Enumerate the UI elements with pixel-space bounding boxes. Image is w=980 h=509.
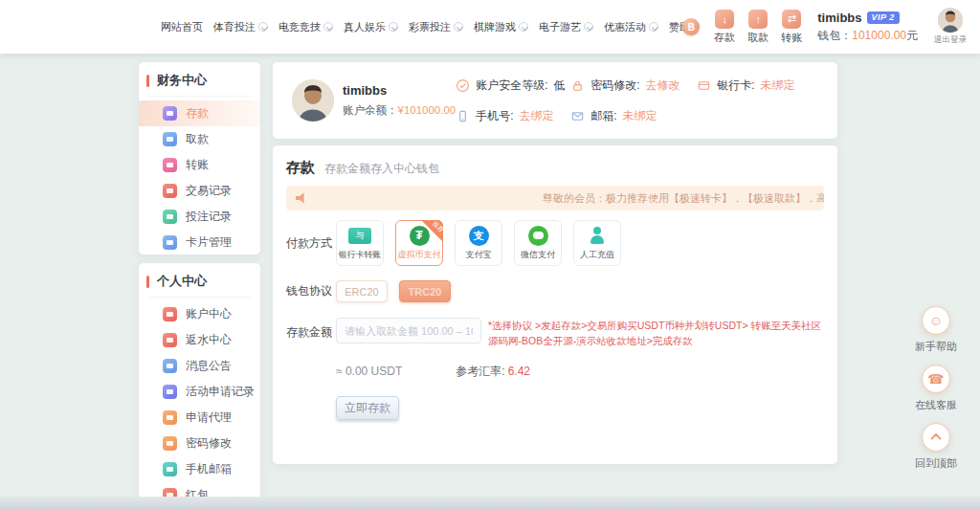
quick-transfer-button[interactable]: ⇄ 转账: [781, 10, 802, 45]
bank-card-icon: [163, 235, 177, 250]
wallet-protocol-label: 钱包协议: [286, 283, 336, 299]
protocol-instructions: *选择协议 >发起存款>交易所购买USDT币种并划转USDT> 转账至天美社区源…: [488, 318, 824, 349]
sidebar-item-card-management[interactable]: 卡片管理: [139, 230, 260, 255]
nav-item-sports[interactable]: 体育投注: [213, 20, 268, 34]
conversion-row: ≈ 0.00 USDT 参考汇率: 6.42: [336, 364, 824, 380]
agent-icon: [163, 410, 177, 425]
shield-check-icon: [456, 78, 470, 93]
pay-method-wechat[interactable]: 微信支付: [514, 220, 562, 266]
sidebar-item-transfer[interactable]: 转账: [139, 152, 260, 178]
notice-marquee: 尊敬的会员：极力推荐使用【极速转卡】，【极速取款】，高效的存取款体验，减少银行风…: [286, 186, 824, 210]
rate-value: 6.42: [508, 365, 530, 378]
sidebar-item-phone-email[interactable]: 手机邮箱: [139, 456, 260, 482]
sidebar-item-withdraw[interactable]: 取款: [139, 126, 260, 152]
chevron-down-icon: [323, 22, 333, 32]
deposit-amount-input[interactable]: [336, 318, 481, 343]
nav-item-live-casino[interactable]: 真人娱乐: [344, 20, 398, 34]
chevron-down-icon: [258, 22, 268, 32]
chevron-down-icon: [519, 22, 528, 32]
quick-deposit-button[interactable]: ↓ 存款: [714, 10, 735, 45]
password-field: 密码修改: 去修改: [570, 77, 697, 94]
lock-icon: [570, 78, 585, 93]
mail-icon: [163, 462, 177, 476]
page-title: 存款: [286, 159, 315, 177]
sidebar-item-deposit[interactable]: 存款: [139, 100, 260, 126]
usdt-estimate: ≈ 0.00 USDT: [336, 365, 402, 378]
heart-icon: [163, 307, 177, 321]
nav-item-home[interactable]: 网站首页: [161, 20, 203, 34]
accent-bar: [146, 75, 149, 87]
deposit-icon: ↓: [715, 10, 734, 29]
chevron-down-icon: [454, 22, 463, 32]
bank-card-field: 银行卡: 未绑定: [697, 77, 840, 94]
speaker-icon: [296, 193, 307, 204]
user-summary: timibbs VIP 2 钱包：101000.00元: [817, 11, 918, 44]
bet-records-icon: [163, 210, 177, 224]
alipay-icon: 支: [469, 226, 489, 246]
logout-button[interactable]: 退出登录: [934, 8, 967, 46]
rate-label: 参考汇率:: [456, 364, 504, 380]
avatar: [292, 79, 334, 122]
security-level-field: 账户安全等级: 低: [456, 77, 570, 94]
help-widget[interactable]: ☺ 新手帮助: [905, 306, 967, 354]
bind-phone-link[interactable]: 去绑定: [520, 108, 554, 124]
sidebar-item-betting-records[interactable]: 投注记录: [139, 204, 260, 230]
chevron-down-icon: [584, 22, 593, 32]
bind-email-link[interactable]: 未绑定: [623, 108, 657, 124]
personal-header: 个人中心: [139, 263, 260, 297]
robot-icon: ☺: [922, 306, 950, 335]
headset-icon: ☎: [922, 365, 950, 393]
logout-label: 退出登录: [934, 34, 967, 46]
sidebar-item-rebate-center[interactable]: 返水中心: [139, 327, 260, 353]
modify-password-link[interactable]: 去修改: [646, 77, 680, 94]
deposit-page: 网站首页 体育投注 电竞竞技 真人娱乐 彩票投注 棋牌游戏 电子游艺 优惠活动 …: [0, 0, 980, 509]
protocol-erc20-button[interactable]: ERC20: [336, 280, 388, 302]
sidebar-item-account-center[interactable]: 账户中心: [139, 301, 260, 327]
bind-bank-card-link[interactable]: 未绑定: [761, 77, 795, 94]
sidebar-item-activity-applications[interactable]: 活动申请记录: [139, 379, 260, 405]
bell-icon: [163, 359, 177, 373]
deposit-icon: [163, 106, 177, 121]
profile-fields: 账户安全等级: 低 密码修改: 去修改 银行卡: 未绑定 手机号: 去绑定 邮箱…: [456, 75, 840, 126]
nav-item-esports[interactable]: 电竞竞技: [278, 20, 333, 34]
pay-method-bank-transfer[interactable]: 与 银行卡转账: [336, 220, 384, 266]
sidebar-item-transaction-records[interactable]: 交易记录: [139, 178, 260, 204]
wallet-label: 钱包：: [817, 29, 852, 42]
submit-deposit-button[interactable]: 立即存款: [336, 396, 399, 420]
sidebar-item-announcements[interactable]: 消息公告: [139, 353, 260, 379]
withdraw-icon: ↑: [748, 10, 768, 29]
quick-withdraw-button[interactable]: ↑ 取款: [747, 10, 768, 45]
chevron-down-icon: [389, 22, 398, 32]
account-balance: 账户余额：¥101000.00: [343, 103, 456, 118]
nav-item-slots[interactable]: 电子游艺: [539, 20, 593, 34]
rebate-icon: [163, 333, 177, 347]
activity-icon: [163, 385, 177, 399]
nav-item-promotions[interactable]: 优惠活动: [604, 20, 658, 34]
nav-item-board-games[interactable]: 棋牌游戏: [474, 20, 528, 34]
finance-header: 财务中心: [139, 62, 260, 96]
records-icon: [163, 184, 177, 198]
customer-service-widget[interactable]: ☎ 在线客服: [905, 365, 967, 412]
protocol-trc20-button[interactable]: TRC20: [399, 280, 451, 302]
wallet-protocol-row: 钱包协议 ERC20 TRC20: [286, 280, 824, 302]
notice-text: 尊敬的会员：极力推荐使用【极速转卡】，【极速取款】，高效的存取款体验，减少银行风…: [543, 191, 824, 206]
profile-name-column: timibbs 账户余额：¥101000.00: [343, 83, 456, 118]
back-to-top-widget[interactable]: 回到顶部: [905, 423, 967, 471]
username: timibbs: [817, 11, 861, 25]
pay-method-crypto[interactable]: 推荐 ₮ 虚拟币支付: [395, 220, 443, 266]
profile-card: timibbs 账户余额：¥101000.00 账户安全等级: 低 密码修改: …: [273, 62, 837, 139]
nav-item-lottery[interactable]: 彩票投注: [409, 20, 463, 34]
payment-method-row: 付款方式 与 银行卡转账 推荐 ₮ 虚拟币支付 支 支付宝: [286, 220, 824, 266]
pay-method-manual[interactable]: 人工充值: [573, 220, 621, 266]
sidebar-finance: 财务中心 存款 取款 转账 交易记录 投注记录 卡片管理: [139, 62, 260, 254]
transfer-icon: ⇄: [782, 10, 801, 29]
payment-method-label: 付款方式: [286, 235, 336, 252]
pay-method-alipay[interactable]: 支 支付宝: [455, 220, 502, 266]
chevron-down-icon: [649, 22, 658, 32]
sidebar-item-apply-agent[interactable]: 申请代理: [139, 405, 260, 431]
sidebar-item-change-password[interactable]: 密码修改: [139, 431, 260, 456]
wallet-icon: [163, 132, 177, 146]
divider: [148, 96, 251, 97]
bank-card-icon: [697, 78, 711, 93]
coin-icon[interactable]: B: [682, 18, 700, 35]
